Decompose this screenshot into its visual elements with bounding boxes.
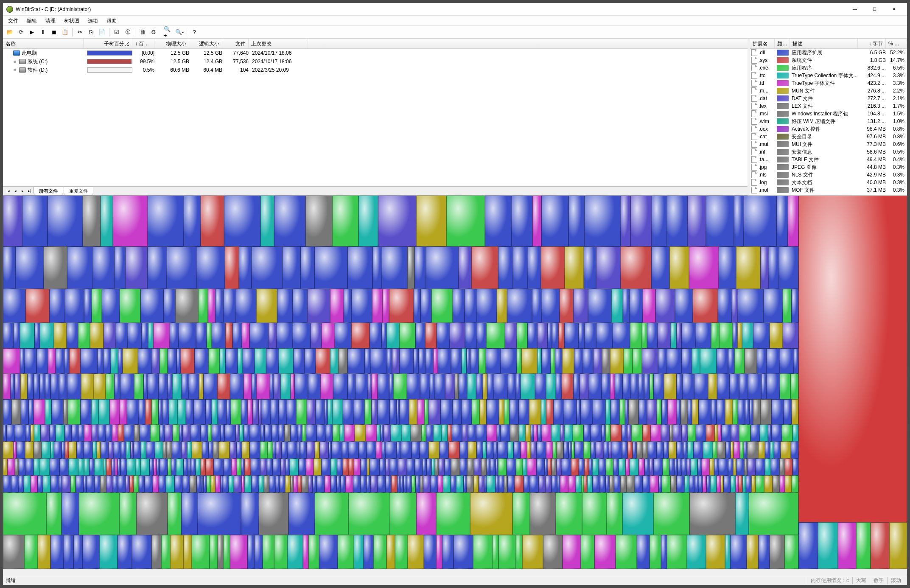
- treemap-cell[interactable]: [230, 535, 247, 569]
- treemap-cell[interactable]: [15, 459, 19, 476]
- treemap-cell[interactable]: [322, 323, 335, 348]
- treemap-cell[interactable]: [653, 374, 664, 399]
- treemap-cell[interactable]: [644, 374, 650, 399]
- treemap-cell[interactable]: [734, 196, 743, 246]
- treemap-cell[interactable]: [111, 459, 115, 476]
- treemap-cell[interactable]: [736, 459, 744, 476]
- treemap-cell[interactable]: [50, 442, 54, 459]
- treemap-cell[interactable]: [385, 459, 390, 476]
- treemap-cell[interactable]: [487, 476, 495, 493]
- treemap-cell[interactable]: [205, 399, 212, 425]
- treemap-cell[interactable]: [467, 476, 473, 493]
- treemap-cell[interactable]: [83, 442, 92, 459]
- treemap-cell[interactable]: [702, 459, 709, 476]
- treemap-cell[interactable]: [285, 476, 291, 493]
- treemap-cell[interactable]: [771, 425, 781, 442]
- treemap-cell[interactable]: [218, 535, 223, 569]
- treemap-cell[interactable]: [470, 493, 512, 535]
- treemap-cell[interactable]: [571, 459, 579, 476]
- treemap-cell[interactable]: [669, 246, 689, 289]
- treemap-cell[interactable]: [314, 459, 321, 476]
- treemap-cell[interactable]: [106, 425, 112, 442]
- treemap-cell[interactable]: [17, 442, 25, 459]
- treemap-cell[interactable]: [745, 399, 749, 425]
- treemap-cell[interactable]: [689, 476, 695, 493]
- treemap-cell[interactable]: [667, 535, 687, 569]
- treemap-cell[interactable]: [619, 399, 625, 425]
- ext-row[interactable]: .msiWindows Installer 程序包194.8 ...1.5%: [750, 110, 907, 118]
- treemap-cell[interactable]: [733, 323, 738, 348]
- treemap-cell[interactable]: [625, 459, 630, 476]
- treemap-cell[interactable]: [372, 374, 378, 399]
- treemap-cell[interactable]: [657, 399, 661, 425]
- treemap-cell[interactable]: [770, 323, 783, 348]
- treemap-cell[interactable]: [576, 476, 581, 493]
- treemap-cell[interactable]: [667, 399, 677, 425]
- treemap-cell[interactable]: [274, 535, 287, 569]
- treemap-cell[interactable]: [215, 476, 220, 493]
- treemap-cell[interactable]: [389, 399, 396, 425]
- treemap-cell[interactable]: [382, 289, 389, 323]
- treemap-cell[interactable]: [223, 535, 230, 569]
- treemap-cell[interactable]: [556, 374, 562, 399]
- treemap-cell[interactable]: [706, 535, 725, 569]
- treemap-cell[interactable]: [241, 399, 247, 425]
- treemap-cell[interactable]: [343, 399, 354, 425]
- treemap-cell[interactable]: [262, 399, 271, 425]
- treemap-cell[interactable]: [661, 399, 667, 425]
- treemap-cell[interactable]: [766, 348, 780, 374]
- treemap-cell[interactable]: [548, 459, 552, 476]
- treemap-cell[interactable]: [693, 289, 718, 323]
- treemap-cell[interactable]: [45, 374, 50, 399]
- tab-next-icon[interactable]: ▸: [19, 189, 26, 193]
- treemap-cell[interactable]: [59, 476, 62, 493]
- treemap-cell[interactable]: [409, 399, 417, 425]
- treemap-cell[interactable]: [177, 399, 186, 425]
- treemap-cell[interactable]: [530, 493, 555, 535]
- treemap-cell[interactable]: [661, 535, 666, 569]
- treemap-cell[interactable]: [723, 476, 731, 493]
- treemap-cell[interactable]: [347, 348, 364, 374]
- treemap-cell[interactable]: [333, 425, 340, 442]
- treemap-cell[interactable]: [277, 289, 292, 323]
- treemap-cell[interactable]: [56, 425, 64, 442]
- treemap-cell[interactable]: [197, 246, 225, 289]
- treemap-cell[interactable]: [226, 399, 230, 425]
- treemap-cell[interactable]: [316, 425, 326, 442]
- treemap-cell[interactable]: [495, 476, 498, 493]
- treemap-cell[interactable]: [134, 374, 143, 399]
- treemap-cell[interactable]: [652, 196, 667, 246]
- treemap-cell[interactable]: [183, 535, 192, 569]
- treemap-cell[interactable]: [443, 476, 451, 493]
- treemap-cell[interactable]: [763, 289, 783, 323]
- treemap-cell[interactable]: [379, 459, 385, 476]
- treemap-cell[interactable]: [173, 425, 179, 442]
- treemap-cell[interactable]: [745, 348, 757, 374]
- treemap-cell[interactable]: [563, 535, 581, 569]
- treemap-cell[interactable]: [710, 476, 717, 493]
- treemap-cell[interactable]: [553, 399, 564, 425]
- treemap-cell[interactable]: [113, 196, 148, 246]
- treemap-cell[interactable]: [757, 348, 766, 374]
- tab-all-files[interactable]: 所有文件: [34, 187, 63, 195]
- treemap-cell[interactable]: [487, 425, 497, 442]
- treemap-cell[interactable]: [50, 476, 59, 493]
- treemap-cell[interactable]: [78, 323, 90, 348]
- treemap-cell[interactable]: [407, 459, 414, 476]
- treemap-cell[interactable]: [134, 476, 139, 493]
- treemap-cell[interactable]: [643, 289, 655, 323]
- maximize-button[interactable]: ☐: [865, 3, 884, 16]
- treemap-cell[interactable]: [106, 374, 114, 399]
- treemap-cell[interactable]: [537, 323, 547, 348]
- treemap-cell[interactable]: [205, 459, 213, 476]
- treemap-cell[interactable]: [68, 399, 80, 425]
- treemap-cell[interactable]: [80, 348, 97, 374]
- treemap-cell[interactable]: [760, 399, 771, 425]
- treemap-cell[interactable]: [328, 399, 332, 425]
- treemap-cell[interactable]: [364, 348, 371, 374]
- treemap-cell[interactable]: [593, 348, 602, 374]
- treemap-cell[interactable]: [79, 493, 119, 535]
- treemap-cell[interactable]: [615, 374, 622, 399]
- treemap-cell[interactable]: [424, 399, 428, 425]
- treemap-cell[interactable]: [729, 374, 739, 399]
